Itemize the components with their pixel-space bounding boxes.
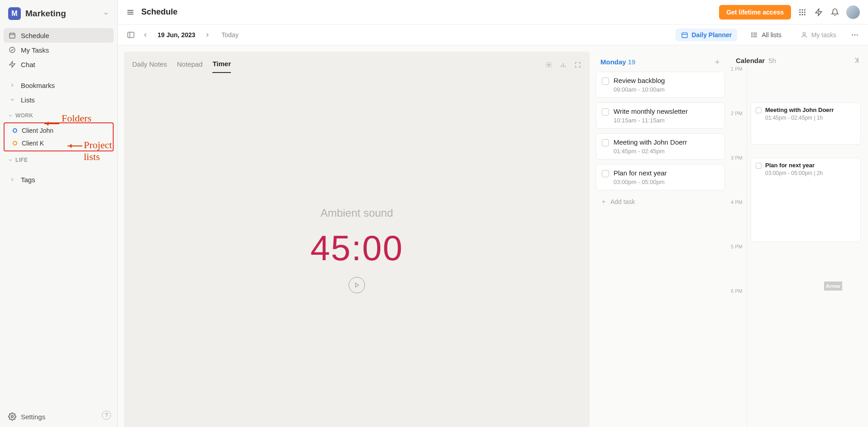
main-area: Schedule Get lifetime access 19 Jun, 202… (118, 0, 868, 427)
day-number: 19 (628, 58, 636, 66)
task-list: Review backblog 09:00am - 10:00am Write … (596, 72, 725, 195)
svg-marker-2 (10, 61, 15, 67)
apps-grid-icon[interactable] (797, 7, 807, 17)
bell-icon[interactable] (830, 7, 840, 17)
tab-timer[interactable]: Timer (212, 56, 231, 73)
workspace-icon: M (8, 7, 21, 20)
timer-area: Ambient sound 45:00 (124, 73, 590, 427)
ambient-sound-label[interactable]: Ambient sound (321, 207, 393, 219)
help-icon[interactable]: ? (102, 411, 111, 420)
event-checkbox[interactable] (756, 163, 762, 169)
task-checkbox[interactable] (602, 170, 609, 177)
calendar-icon (681, 31, 688, 39)
prev-day-button[interactable] (140, 32, 150, 38)
task-title: Plan for next year (614, 169, 667, 177)
next-day-button[interactable] (202, 32, 212, 38)
tab-notepad[interactable]: Notepad (177, 57, 203, 73)
current-date[interactable]: 19 Jun, 2023 (158, 31, 195, 39)
panel-toggle-icon[interactable] (126, 31, 136, 39)
more-icon[interactable] (850, 31, 860, 39)
add-task-button[interactable]: ＋ Add task (596, 195, 725, 209)
calendar-hour-label: 2 PM (731, 111, 743, 116)
list-color-dot-icon (13, 128, 17, 133)
svg-point-12 (804, 11, 806, 13)
play-button[interactable] (349, 277, 365, 293)
task-checkbox[interactable] (602, 78, 609, 85)
calendar-grid[interactable]: 1 PM2 PM3 PM4 PM5 PM6 PM Meeting with Jo… (747, 69, 863, 427)
list-icon (751, 31, 758, 39)
sidebar-item-lists[interactable]: Lists (4, 92, 114, 107)
view-all-lists[interactable]: All lists (745, 29, 787, 41)
svg-point-13 (799, 14, 801, 15)
svg-point-14 (802, 14, 803, 15)
sidebar-nav: Schedule My Tasks Chat Bookmarks Lists (0, 24, 117, 107)
calendar-event[interactable]: Plan for next year 03:00pm - 05:00pm | 2… (751, 158, 861, 242)
sidebar-list-label: Client K (22, 140, 44, 147)
day-weekday: Monday (600, 58, 626, 66)
day-column-header: Monday 19 ＋ (596, 52, 725, 72)
sidebar-item-chat[interactable]: Chat (4, 57, 114, 72)
view-daily-planner[interactable]: Daily Planner (676, 29, 738, 41)
view-my-tasks[interactable]: My tasks (795, 29, 842, 41)
task-card[interactable]: Meeting with John Doerr 01:45pm - 02:45p… (596, 133, 725, 160)
sidebar-list-client-k[interactable]: Client K (5, 137, 113, 150)
cta-lifetime-button[interactable]: Get lifetime access (719, 5, 791, 19)
svg-rect-0 (10, 33, 15, 38)
sidebar-item-mytasks[interactable]: My Tasks (4, 43, 114, 57)
avatar[interactable] (846, 5, 860, 19)
task-time: 03:00pm - 05:00pm (614, 179, 667, 185)
sidebar-item-label: Chat (21, 61, 35, 68)
svg-point-7 (799, 9, 801, 10)
sidebar-folder-label: LIFE (15, 157, 28, 163)
svg-marker-16 (815, 9, 822, 15)
gear-icon[interactable] (545, 61, 552, 68)
sidebar-folder-label: WORK (15, 112, 33, 119)
annotation-arrow-icon (44, 123, 59, 124)
chart-icon[interactable] (560, 61, 567, 68)
sidebar-item-label: Schedule (21, 32, 49, 39)
task-card[interactable]: Review backblog 09:00am - 10:00am (596, 72, 725, 98)
task-title: Write monthly newsletter (614, 107, 688, 115)
lightning-icon (8, 60, 16, 68)
sidebar-item-schedule[interactable]: Schedule (4, 28, 114, 43)
sidebar-folder-life[interactable]: LIFE (0, 154, 117, 166)
chevron-down-icon (103, 10, 109, 17)
task-card[interactable]: Write monthly newsletter 10:15am - 11:15… (596, 102, 725, 129)
sidebar-item-label: Bookmarks (21, 82, 55, 89)
sidebar-folder-work[interactable]: WORK (0, 110, 117, 121)
gear-icon (8, 412, 16, 421)
lightning-icon[interactable] (814, 7, 824, 17)
calendar-hour-label: 5 PM (731, 244, 743, 249)
view-label: All lists (762, 31, 782, 39)
workspace-switcher[interactable]: M Marketing (0, 0, 117, 24)
event-checkbox[interactable] (756, 107, 762, 113)
svg-rect-17 (128, 32, 134, 38)
workspace-name: Marketing (25, 9, 98, 19)
calendar-event[interactable]: Meeting with John Doerr 01:45pm - 02:45p… (751, 102, 861, 145)
task-time: 10:15am - 11:15am (614, 117, 688, 124)
sidebar-item-bookmarks[interactable]: Bookmarks (4, 78, 114, 92)
task-checkbox[interactable] (602, 139, 609, 146)
chevron-down-icon (8, 113, 13, 118)
collapse-icon[interactable] (851, 56, 859, 64)
task-checkbox[interactable] (602, 108, 609, 116)
fullscreen-icon[interactable] (574, 61, 581, 68)
today-button[interactable]: Today (221, 31, 238, 39)
calendar-icon (8, 31, 16, 39)
svg-point-25 (752, 36, 752, 37)
task-card[interactable]: Plan for next year 03:00pm - 05:00pm (596, 164, 725, 190)
hamburger-icon[interactable] (126, 8, 135, 17)
svg-point-15 (804, 14, 806, 15)
sidebar-list-client-john[interactable]: Client John (5, 124, 113, 137)
chevron-down-icon (8, 96, 16, 104)
add-task-icon[interactable]: ＋ (713, 56, 721, 67)
content-grid: Daily Notes Notepad Timer Ambient sound (118, 45, 868, 427)
calendar-hour-label: 6 PM (731, 288, 743, 294)
view-label: My tasks (811, 31, 836, 39)
sidebar-item-settings[interactable]: Settings (0, 406, 117, 427)
project-list-container: Client John Client K (4, 122, 114, 151)
sidebar-item-tags[interactable]: Tags (4, 172, 114, 187)
svg-point-10 (799, 11, 801, 13)
tab-daily-notes[interactable]: Daily Notes (132, 57, 167, 73)
svg-point-29 (857, 34, 858, 35)
